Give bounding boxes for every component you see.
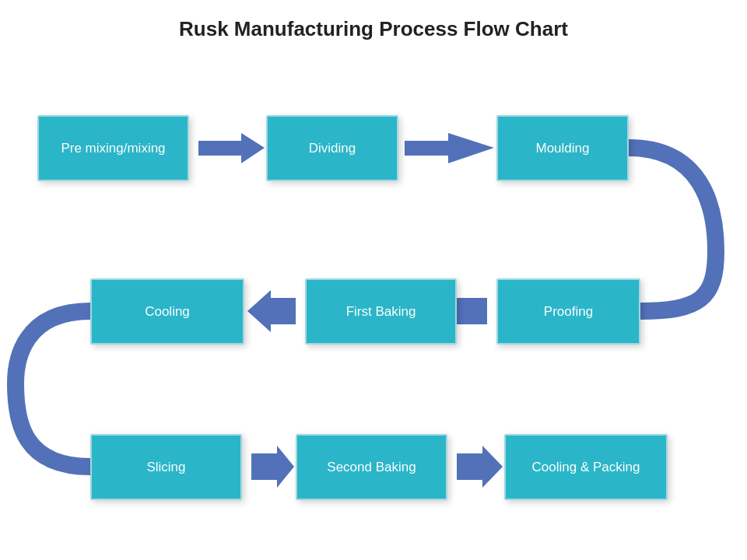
flowchart: Pre mixing/mixing Dividing Moulding Cool…: [0, 49, 747, 547]
arrow-slicing-secondbaking: [251, 446, 294, 488]
box-proofing: Proofing: [496, 278, 640, 345]
box-slicing: Slicing: [90, 434, 242, 500]
box-secondbaking: Second Baking: [296, 434, 447, 500]
arrow-firstbaking-cooling: [247, 290, 296, 332]
curve-cooling-slicing: [16, 311, 90, 467]
box-moulding: Moulding: [496, 115, 629, 181]
arrow-secondbaking-coolingpack: [457, 446, 503, 488]
box-premix: Pre mixing/mixing: [37, 115, 189, 181]
box-firstbaking: First Baking: [305, 278, 457, 345]
arrow-premix-dividing: [198, 133, 265, 163]
box-dividing: Dividing: [266, 115, 398, 181]
box-coolingpack: Cooling & Packing: [504, 434, 668, 500]
arrow-dividing-moulding: [405, 133, 494, 163]
curve-moulding-proofing: [629, 148, 716, 311]
box-cooling: Cooling: [90, 278, 244, 345]
page-title: Rusk Manufacturing Process Flow Chart: [0, 0, 747, 49]
page: Rusk Manufacturing Process Flow Chart: [0, 0, 747, 560]
